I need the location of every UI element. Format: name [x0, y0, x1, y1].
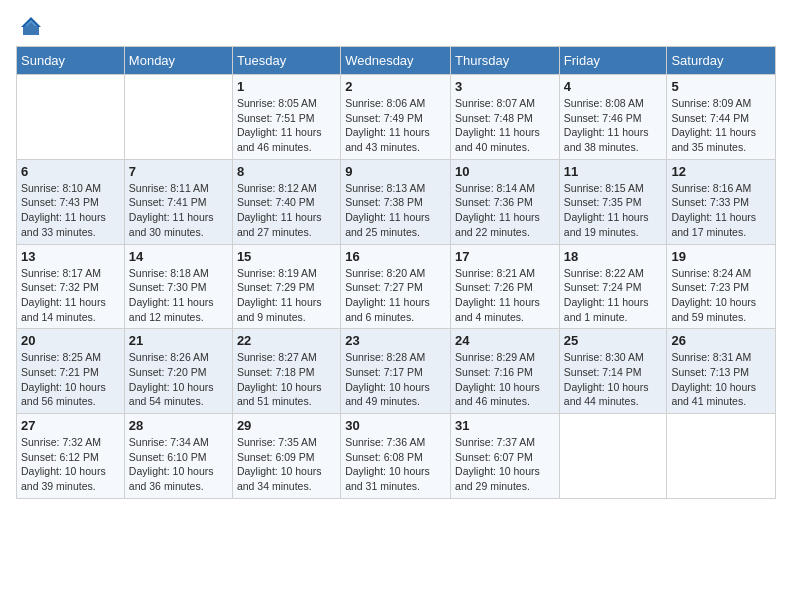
day-number: 24 [455, 333, 555, 348]
day-details: Sunrise: 8:14 AM Sunset: 7:36 PM Dayligh… [455, 181, 555, 240]
calendar-cell: 28Sunrise: 7:34 AM Sunset: 6:10 PM Dayli… [124, 414, 232, 499]
day-number: 4 [564, 79, 663, 94]
day-details: Sunrise: 8:09 AM Sunset: 7:44 PM Dayligh… [671, 96, 771, 155]
day-details: Sunrise: 7:34 AM Sunset: 6:10 PM Dayligh… [129, 435, 228, 494]
calendar-cell [17, 75, 125, 160]
day-number: 2 [345, 79, 446, 94]
day-details: Sunrise: 8:25 AM Sunset: 7:21 PM Dayligh… [21, 350, 120, 409]
day-number: 31 [455, 418, 555, 433]
calendar-cell: 15Sunrise: 8:19 AM Sunset: 7:29 PM Dayli… [232, 244, 340, 329]
day-number: 20 [21, 333, 120, 348]
day-details: Sunrise: 8:11 AM Sunset: 7:41 PM Dayligh… [129, 181, 228, 240]
logo-icon [20, 16, 42, 38]
day-details: Sunrise: 8:17 AM Sunset: 7:32 PM Dayligh… [21, 266, 120, 325]
calendar-cell: 1Sunrise: 8:05 AM Sunset: 7:51 PM Daylig… [232, 75, 340, 160]
calendar-cell: 18Sunrise: 8:22 AM Sunset: 7:24 PM Dayli… [559, 244, 667, 329]
logo [16, 16, 42, 36]
weekday-header-row: SundayMondayTuesdayWednesdayThursdayFrid… [17, 47, 776, 75]
calendar-cell: 29Sunrise: 7:35 AM Sunset: 6:09 PM Dayli… [232, 414, 340, 499]
day-number: 10 [455, 164, 555, 179]
calendar-cell: 20Sunrise: 8:25 AM Sunset: 7:21 PM Dayli… [17, 329, 125, 414]
calendar-cell: 24Sunrise: 8:29 AM Sunset: 7:16 PM Dayli… [451, 329, 560, 414]
day-details: Sunrise: 8:12 AM Sunset: 7:40 PM Dayligh… [237, 181, 336, 240]
day-details: Sunrise: 7:37 AM Sunset: 6:07 PM Dayligh… [455, 435, 555, 494]
day-details: Sunrise: 8:06 AM Sunset: 7:49 PM Dayligh… [345, 96, 446, 155]
calendar-cell: 31Sunrise: 7:37 AM Sunset: 6:07 PM Dayli… [451, 414, 560, 499]
day-number: 5 [671, 79, 771, 94]
calendar-cell [667, 414, 776, 499]
weekday-header-tuesday: Tuesday [232, 47, 340, 75]
day-number: 17 [455, 249, 555, 264]
calendar-cell: 9Sunrise: 8:13 AM Sunset: 7:38 PM Daylig… [341, 159, 451, 244]
day-number: 15 [237, 249, 336, 264]
day-details: Sunrise: 8:19 AM Sunset: 7:29 PM Dayligh… [237, 266, 336, 325]
day-number: 11 [564, 164, 663, 179]
day-details: Sunrise: 8:05 AM Sunset: 7:51 PM Dayligh… [237, 96, 336, 155]
day-details: Sunrise: 8:16 AM Sunset: 7:33 PM Dayligh… [671, 181, 771, 240]
day-details: Sunrise: 8:29 AM Sunset: 7:16 PM Dayligh… [455, 350, 555, 409]
day-number: 18 [564, 249, 663, 264]
calendar-cell: 16Sunrise: 8:20 AM Sunset: 7:27 PM Dayli… [341, 244, 451, 329]
day-number: 26 [671, 333, 771, 348]
day-number: 12 [671, 164, 771, 179]
day-number: 30 [345, 418, 446, 433]
day-details: Sunrise: 8:07 AM Sunset: 7:48 PM Dayligh… [455, 96, 555, 155]
day-number: 1 [237, 79, 336, 94]
day-number: 29 [237, 418, 336, 433]
calendar-cell: 5Sunrise: 8:09 AM Sunset: 7:44 PM Daylig… [667, 75, 776, 160]
page-header [16, 16, 776, 36]
calendar-cell: 10Sunrise: 8:14 AM Sunset: 7:36 PM Dayli… [451, 159, 560, 244]
day-number: 23 [345, 333, 446, 348]
day-details: Sunrise: 8:21 AM Sunset: 7:26 PM Dayligh… [455, 266, 555, 325]
day-number: 16 [345, 249, 446, 264]
weekday-header-friday: Friday [559, 47, 667, 75]
day-number: 22 [237, 333, 336, 348]
day-number: 3 [455, 79, 555, 94]
calendar-cell: 27Sunrise: 7:32 AM Sunset: 6:12 PM Dayli… [17, 414, 125, 499]
weekday-header-saturday: Saturday [667, 47, 776, 75]
day-details: Sunrise: 8:20 AM Sunset: 7:27 PM Dayligh… [345, 266, 446, 325]
day-number: 13 [21, 249, 120, 264]
day-details: Sunrise: 8:24 AM Sunset: 7:23 PM Dayligh… [671, 266, 771, 325]
weekday-header-monday: Monday [124, 47, 232, 75]
day-number: 25 [564, 333, 663, 348]
calendar-cell: 30Sunrise: 7:36 AM Sunset: 6:08 PM Dayli… [341, 414, 451, 499]
day-details: Sunrise: 7:36 AM Sunset: 6:08 PM Dayligh… [345, 435, 446, 494]
day-details: Sunrise: 7:32 AM Sunset: 6:12 PM Dayligh… [21, 435, 120, 494]
week-row-2: 6Sunrise: 8:10 AM Sunset: 7:43 PM Daylig… [17, 159, 776, 244]
calendar-cell: 22Sunrise: 8:27 AM Sunset: 7:18 PM Dayli… [232, 329, 340, 414]
day-number: 14 [129, 249, 228, 264]
calendar-cell: 8Sunrise: 8:12 AM Sunset: 7:40 PM Daylig… [232, 159, 340, 244]
calendar-cell: 25Sunrise: 8:30 AM Sunset: 7:14 PM Dayli… [559, 329, 667, 414]
day-details: Sunrise: 7:35 AM Sunset: 6:09 PM Dayligh… [237, 435, 336, 494]
calendar-cell: 3Sunrise: 8:07 AM Sunset: 7:48 PM Daylig… [451, 75, 560, 160]
day-details: Sunrise: 8:27 AM Sunset: 7:18 PM Dayligh… [237, 350, 336, 409]
day-details: Sunrise: 8:31 AM Sunset: 7:13 PM Dayligh… [671, 350, 771, 409]
calendar-cell: 6Sunrise: 8:10 AM Sunset: 7:43 PM Daylig… [17, 159, 125, 244]
calendar-table: SundayMondayTuesdayWednesdayThursdayFrid… [16, 46, 776, 499]
day-number: 27 [21, 418, 120, 433]
week-row-1: 1Sunrise: 8:05 AM Sunset: 7:51 PM Daylig… [17, 75, 776, 160]
day-details: Sunrise: 8:15 AM Sunset: 7:35 PM Dayligh… [564, 181, 663, 240]
day-details: Sunrise: 8:28 AM Sunset: 7:17 PM Dayligh… [345, 350, 446, 409]
day-details: Sunrise: 8:18 AM Sunset: 7:30 PM Dayligh… [129, 266, 228, 325]
week-row-4: 20Sunrise: 8:25 AM Sunset: 7:21 PM Dayli… [17, 329, 776, 414]
weekday-header-wednesday: Wednesday [341, 47, 451, 75]
calendar-cell: 19Sunrise: 8:24 AM Sunset: 7:23 PM Dayli… [667, 244, 776, 329]
day-number: 9 [345, 164, 446, 179]
day-details: Sunrise: 8:10 AM Sunset: 7:43 PM Dayligh… [21, 181, 120, 240]
weekday-header-thursday: Thursday [451, 47, 560, 75]
calendar-cell: 13Sunrise: 8:17 AM Sunset: 7:32 PM Dayli… [17, 244, 125, 329]
day-number: 7 [129, 164, 228, 179]
calendar-cell: 21Sunrise: 8:26 AM Sunset: 7:20 PM Dayli… [124, 329, 232, 414]
calendar-cell: 7Sunrise: 8:11 AM Sunset: 7:41 PM Daylig… [124, 159, 232, 244]
day-number: 28 [129, 418, 228, 433]
day-details: Sunrise: 8:22 AM Sunset: 7:24 PM Dayligh… [564, 266, 663, 325]
calendar-cell: 23Sunrise: 8:28 AM Sunset: 7:17 PM Dayli… [341, 329, 451, 414]
day-number: 6 [21, 164, 120, 179]
day-number: 21 [129, 333, 228, 348]
week-row-3: 13Sunrise: 8:17 AM Sunset: 7:32 PM Dayli… [17, 244, 776, 329]
calendar-cell: 14Sunrise: 8:18 AM Sunset: 7:30 PM Dayli… [124, 244, 232, 329]
calendar-cell: 11Sunrise: 8:15 AM Sunset: 7:35 PM Dayli… [559, 159, 667, 244]
day-number: 8 [237, 164, 336, 179]
